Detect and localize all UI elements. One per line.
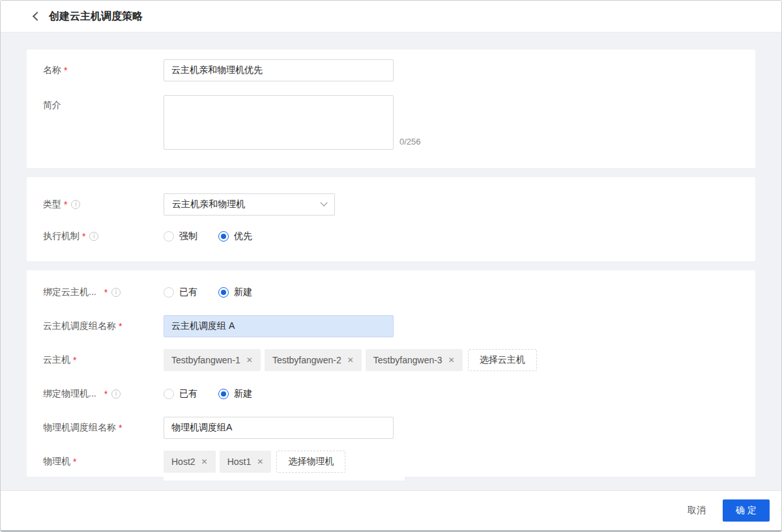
host-tag: Host1 ✕ <box>220 451 272 473</box>
required-mark: * <box>119 423 122 433</box>
card-type: 类型*i 云主机亲和物理机 执行机制*i 强制 <box>27 177 755 261</box>
required-mark: * <box>104 389 108 399</box>
radio-host-existing[interactable]: 已有 <box>164 388 197 400</box>
description-label: 简介 <box>43 95 164 111</box>
page-header: 创建云主机调度策略 <box>1 1 781 33</box>
type-select-value: 云主机亲和物理机 <box>172 199 245 210</box>
required-mark: * <box>73 456 76 467</box>
vm-tag: Testbyfangwen-3 ✕ <box>366 349 463 371</box>
host-bind-label: 绑定物理机...*i <box>43 388 164 400</box>
vm-group-name-input[interactable] <box>164 315 394 337</box>
row-description: 简介 0/256 <box>43 95 740 150</box>
name-label: 名称* <box>43 64 164 76</box>
close-icon[interactable]: ✕ <box>246 356 253 365</box>
confirm-button[interactable]: 确 定 <box>723 499 770 522</box>
radio-label: 强制 <box>179 231 197 242</box>
mechanism-label: 执行机制*i <box>43 231 164 242</box>
required-mark: * <box>73 355 76 365</box>
card-basic-info: 名称* 简介 0/256 <box>27 49 755 168</box>
host-bind-radio-group: 已有 新建 <box>164 388 273 400</box>
mechanism-label-text: 执行机制 <box>43 231 80 242</box>
card-binding: 绑定云主机...*i 已有 新建 云主机调度组名称* <box>27 270 755 477</box>
close-icon[interactable]: ✕ <box>347 356 354 365</box>
host-group-name-label-text: 物理机调度组名称 <box>43 422 116 434</box>
radio-label: 新建 <box>234 287 252 298</box>
vm-bind-radio-group: 已有 新建 <box>164 287 273 298</box>
vm-group-name-label: 云主机调度组名称* <box>43 320 164 332</box>
cancel-button[interactable]: 取消 <box>680 499 714 522</box>
radio-label: 已有 <box>179 388 197 400</box>
char-counter: 0/256 <box>399 137 421 147</box>
mechanism-radio-group: 强制 优先 <box>164 231 273 242</box>
close-icon[interactable]: ✕ <box>201 457 208 466</box>
info-icon[interactable]: i <box>111 288 121 297</box>
select-vm-button[interactable]: 选择云主机 <box>468 349 537 371</box>
radio-label: 新建 <box>234 388 252 400</box>
row-name: 名称* <box>43 59 740 81</box>
close-icon[interactable]: ✕ <box>257 457 263 466</box>
info-icon[interactable]: i <box>89 232 98 241</box>
row-type: 类型*i 云主机亲和物理机 <box>43 193 740 216</box>
host-tag-list: Host2 ✕ Host1 ✕ 选择物理机 <box>164 451 345 473</box>
row-host-bind: 绑定物理机...*i 已有 新建 <box>43 383 740 405</box>
tag-label: Host1 <box>227 456 252 467</box>
row-hosts: 物理机* Host2 ✕ Host1 ✕ 选择物理机 <box>43 451 740 473</box>
vm-tag: Testbyfangwen-1 ✕ <box>164 349 261 371</box>
radio-circle-icon <box>218 231 229 242</box>
type-label: 类型*i <box>43 199 164 210</box>
form-content: 名称* 简介 0/256 类型*i 云主机亲和物 <box>1 33 781 490</box>
vm-group-name-label-text: 云主机调度组名称 <box>43 320 116 332</box>
name-label-text: 名称 <box>43 64 61 76</box>
radio-circle-icon <box>164 231 174 242</box>
host-group-name-input[interactable] <box>164 417 394 439</box>
vm-bind-label-text: 绑定云主机... <box>43 287 96 298</box>
hosts-label-text: 物理机 <box>43 456 70 468</box>
radio-mechanism-priority[interactable]: 优先 <box>218 231 252 242</box>
app-window: 创建云主机调度策略 名称* 简介 0/256 <box>0 0 782 532</box>
required-mark: * <box>82 231 85 242</box>
radio-label: 优先 <box>234 231 252 242</box>
tag-label: Host2 <box>171 456 195 467</box>
required-mark: * <box>64 199 67 210</box>
vm-bind-label: 绑定云主机...*i <box>43 287 164 298</box>
radio-host-new[interactable]: 新建 <box>218 388 252 400</box>
radio-circle-icon <box>218 287 229 298</box>
tag-label: Testbyfangwen-1 <box>171 355 240 365</box>
vm-tag-list: Testbyfangwen-1 ✕ Testbyfangwen-2 ✕ Test… <box>164 349 537 371</box>
type-label-text: 类型 <box>43 199 61 210</box>
radio-mechanism-force[interactable]: 强制 <box>164 231 197 242</box>
required-mark: * <box>64 65 67 76</box>
page-footer: 取消 确 定 <box>1 490 781 530</box>
radio-label: 已有 <box>179 287 197 298</box>
select-host-button[interactable]: 选择物理机 <box>276 451 345 473</box>
row-mechanism: 执行机制*i 强制 优先 <box>43 227 740 245</box>
info-icon[interactable]: i <box>71 200 80 209</box>
vms-label: 云主机* <box>43 354 164 366</box>
radio-circle-icon <box>218 389 229 399</box>
host-group-name-label: 物理机调度组名称* <box>43 422 164 434</box>
radio-vm-new[interactable]: 新建 <box>218 287 252 298</box>
host-bind-label-text: 绑定物理机... <box>43 388 96 400</box>
row-vm-bind: 绑定云主机...*i 已有 新建 <box>43 281 740 303</box>
required-mark: * <box>119 321 122 331</box>
description-label-text: 简介 <box>43 100 61 111</box>
vm-tag: Testbyfangwen-2 ✕ <box>265 349 362 371</box>
row-vms: 云主机* Testbyfangwen-1 ✕ Testbyfangwen-2 ✕… <box>43 349 740 371</box>
tag-label: Testbyfangwen-2 <box>272 355 341 365</box>
back-icon[interactable] <box>30 10 43 23</box>
description-textarea[interactable] <box>164 95 394 150</box>
close-icon[interactable]: ✕ <box>448 356 455 365</box>
required-mark: * <box>104 287 108 298</box>
name-input[interactable] <box>164 59 394 81</box>
hosts-label: 物理机* <box>43 456 164 468</box>
page-title: 创建云主机调度策略 <box>49 10 143 23</box>
info-icon[interactable]: i <box>111 389 121 399</box>
tag-label: Testbyfangwen-3 <box>373 355 442 365</box>
radio-circle-icon <box>164 389 174 399</box>
vms-label-text: 云主机 <box>43 354 70 366</box>
type-select[interactable]: 云主机亲和物理机 <box>164 193 335 216</box>
chevron-down-icon <box>320 199 327 206</box>
host-tag: Host2 ✕ <box>164 451 216 473</box>
radio-vm-existing[interactable]: 已有 <box>164 287 197 298</box>
row-host-group-name: 物理机调度组名称* <box>43 417 740 439</box>
